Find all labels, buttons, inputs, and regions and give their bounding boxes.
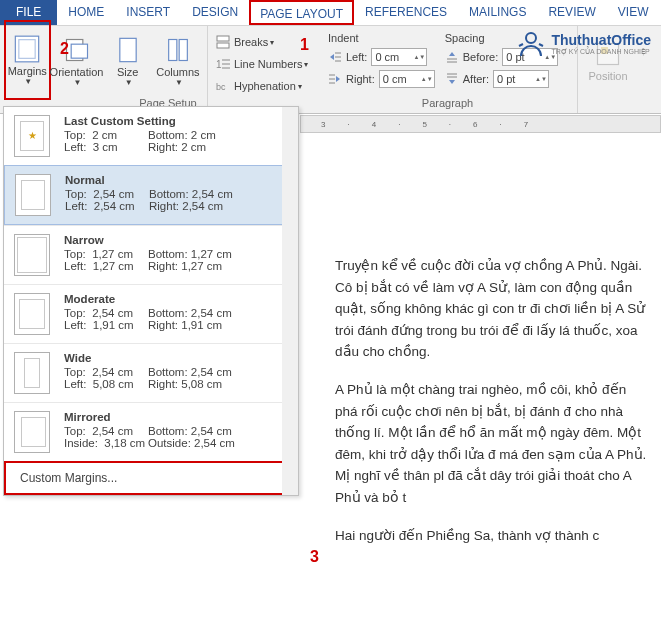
svg-point-26 [526, 33, 536, 43]
margin-preset-icon [14, 234, 50, 276]
margin-preset-icon [14, 293, 50, 335]
svg-rect-3 [71, 44, 87, 58]
columns-button[interactable]: Columns ▼ [153, 28, 203, 94]
tab-bar: FILE HOME INSERT DESIGN PAGE LAYOUT REFE… [0, 0, 661, 26]
svg-text:bc: bc [216, 82, 226, 92]
indent-label: Indent [328, 32, 435, 46]
svg-rect-5 [169, 39, 177, 60]
breaks-button[interactable]: Breaks▾ [212, 32, 314, 52]
spacing-after-input[interactable]: 0 pt▲▼ [493, 70, 549, 88]
chevron-down-icon: ▼ [24, 77, 32, 86]
indent-left-icon [328, 50, 342, 64]
size-icon [114, 36, 142, 64]
paragraph: Truyện kể về cuộc đời của vợ chồng A Phủ… [335, 255, 651, 363]
scrollbar[interactable] [282, 107, 298, 495]
line-numbers-icon: 1 [216, 57, 230, 71]
svg-text:1: 1 [216, 59, 222, 70]
paragraph: A Phủ là một chàng trai nghèo, mồ côi, k… [335, 379, 651, 509]
indent-right-input[interactable]: 0 cm▲▼ [379, 70, 435, 88]
custom-margins-button[interactable]: Custom Margins... [4, 461, 298, 495]
tab-home[interactable]: HOME [57, 0, 115, 25]
document-body[interactable]: Truyện kể về cuộc đời của vợ chồng A Phủ… [335, 255, 651, 562]
margin-preset-icon [14, 115, 50, 157]
breaks-icon [216, 35, 230, 49]
svg-rect-6 [179, 39, 187, 60]
tab-review[interactable]: REVIEW [537, 0, 606, 25]
watermark-logo: ThuthuatOfficeTRỢ KÝ CỦA DOANH NGHIỆP [515, 28, 651, 60]
orientation-button[interactable]: Orientation ▼ [51, 28, 103, 94]
indent-right-icon [328, 72, 342, 86]
spacing-before-icon [445, 50, 459, 64]
margin-preset-last[interactable]: Last Custom Setting Top: 2 cmBottom: 2 c… [4, 107, 298, 165]
hyphenation-icon: bc [216, 79, 230, 93]
margins-dropdown: Last Custom Setting Top: 2 cmBottom: 2 c… [3, 106, 299, 496]
margin-preset-mirrored[interactable]: Mirrored Top: 2,54 cmBottom: 2,54 cm Ins… [4, 402, 298, 461]
chevron-down-icon: ▼ [74, 78, 82, 87]
margin-preset-normal[interactable]: Normal Top: 2,54 cmBottom: 2,54 cm Left:… [4, 165, 298, 225]
paragraph: Hai người đến Phiềng Sa, thành vợ thành … [335, 525, 651, 547]
tab-mailings[interactable]: MAILINGS [458, 0, 537, 25]
tab-view[interactable]: VIEW [607, 0, 660, 25]
margin-preset-icon [15, 174, 51, 216]
margins-icon [13, 35, 41, 63]
margin-preset-narrow[interactable]: Narrow Top: 1,27 cmBottom: 1,27 cm Left:… [4, 225, 298, 284]
margin-preset-wide[interactable]: Wide Top: 2,54 cmBottom: 2,54 cm Left: 5… [4, 343, 298, 402]
spacing-after-icon [445, 72, 459, 86]
tab-insert[interactable]: INSERT [115, 0, 181, 25]
chevron-down-icon: ▼ [125, 78, 133, 87]
margins-button[interactable]: Margins ▼ [4, 20, 51, 100]
group-paragraph-title: Paragraph [322, 97, 573, 111]
margin-preset-icon [14, 411, 50, 453]
svg-rect-4 [119, 38, 135, 61]
indent-left-input[interactable]: 0 cm▲▼ [371, 48, 427, 66]
annotation-2: 2 [60, 40, 69, 58]
logo-icon [515, 28, 547, 60]
line-numbers-button[interactable]: 1Line Numbers▾ [212, 54, 314, 74]
svg-rect-8 [217, 43, 229, 48]
annotation-1: 1 [300, 36, 309, 54]
tab-design[interactable]: DESIGN [181, 0, 249, 25]
chevron-down-icon: ▼ [175, 78, 183, 87]
size-button[interactable]: Size ▼ [103, 28, 153, 94]
columns-icon [164, 36, 192, 64]
hyphenation-button[interactable]: bcHyphenation▾ [212, 76, 314, 96]
margin-preset-moderate[interactable]: Moderate Top: 2,54 cmBottom: 2,54 cm Lef… [4, 284, 298, 343]
margin-preset-icon [14, 352, 50, 394]
annotation-3: 3 [310, 548, 319, 566]
ruler[interactable]: 3· 4· 5· 6· 7 [300, 115, 661, 133]
tab-page-layout[interactable]: PAGE LAYOUT [249, 0, 354, 25]
svg-rect-7 [217, 36, 229, 41]
margins-label: Margins [8, 65, 47, 77]
tab-references[interactable]: REFERENCES [354, 0, 458, 25]
